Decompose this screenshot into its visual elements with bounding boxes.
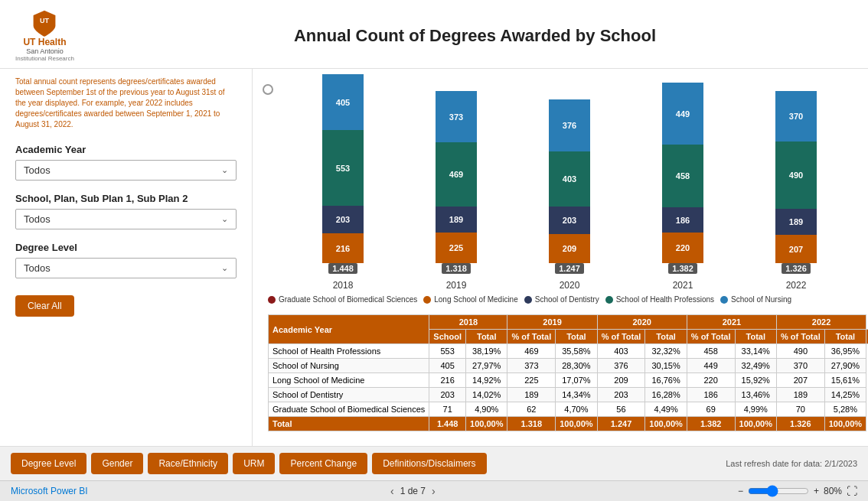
bar-seg: 376	[549, 99, 590, 151]
bar-seg: 209	[549, 234, 590, 263]
legend-label: Long School of Medicine	[434, 295, 518, 304]
bar-seg: 189	[775, 209, 817, 235]
bar-total-2019: 1.318	[442, 263, 471, 274]
sidebar: Total annual count represents degrees/ce…	[0, 69, 253, 446]
school-chevron-icon: ⌄	[221, 214, 228, 224]
degree-label: Degree Level	[15, 242, 237, 253]
year-label-2021: 2021	[626, 280, 739, 291]
bar-seg: 203	[549, 207, 590, 234]
bar-seg: 220	[662, 233, 703, 263]
legend-item: Long School of Medicine	[423, 295, 518, 304]
bar-group-2018: 1.448216203553405	[286, 74, 400, 275]
bar-seg: 373	[436, 91, 477, 142]
bar-total-2018: 1.448	[328, 263, 357, 274]
page-navigation: ‹ 1 de 7 ›	[390, 485, 436, 497]
zoom-level: 80%	[824, 486, 842, 496]
svg-text:UT: UT	[40, 17, 49, 24]
academic-year-select[interactable]: Todos ⌄	[15, 160, 237, 181]
content-area: Total annual count represents degrees/ce…	[0, 69, 868, 446]
bar-seg: 458	[662, 145, 703, 207]
logo-sub: San Antonio	[26, 47, 64, 55]
legend-dot-icon	[423, 296, 431, 304]
powerbi-link[interactable]: Microsoft Power BI	[11, 486, 88, 496]
ut-logo-icon: UT	[31, 9, 58, 37]
academic-year-chevron-icon: ⌄	[221, 165, 228, 175]
bar-group-2019: 1.318225189469373	[400, 91, 513, 275]
table-row: Graduate School of Biomedical Sciences71…	[269, 402, 869, 417]
year-label-2019: 2019	[400, 280, 513, 291]
bar-total-2021: 1.382	[668, 263, 697, 274]
zoom-plus-icon[interactable]: +	[814, 486, 819, 496]
page-title: Annual Count of Degrees Awarded by Schoo…	[97, 26, 853, 46]
bar-total-2020: 1.247	[555, 263, 584, 274]
school-select[interactable]: Todos ⌄	[15, 209, 237, 229]
page-prev-button[interactable]: ‹	[390, 485, 394, 497]
bar-seg: 370	[775, 91, 817, 142]
year-label-2020: 2020	[513, 280, 626, 291]
slider-thumb-top[interactable]	[263, 84, 273, 95]
zoom-minus-icon[interactable]: −	[738, 486, 743, 496]
academic-year-label: Academic Year	[15, 144, 237, 155]
clear-all-button[interactable]: Clear All	[15, 295, 74, 317]
legend-dot-icon	[720, 296, 728, 304]
degree-chevron-icon: ⌄	[221, 263, 228, 273]
refresh-text: Last refresh date for data: 2/1/2023	[726, 459, 857, 468]
table-row: School of Health Professions55338,19%469…	[269, 344, 869, 359]
legend-dot-icon	[524, 296, 532, 304]
legend-label: School of Health Professions	[616, 295, 714, 304]
school-label: School, Plan, Sub Plan 1, Sub Plan 2	[15, 193, 237, 204]
nav-btn-urm[interactable]: URM	[233, 453, 275, 474]
bar-seg: 553	[322, 130, 364, 206]
table-row: School of Dentistry20314,02%18914,34%203…	[269, 388, 869, 402]
bar-total-2022: 1.326	[782, 263, 811, 274]
legend-item: Graduate School of Biomedical Sciences	[268, 295, 417, 304]
bottom-nav-buttons: Degree LevelGenderRace/EthnicityURMPerce…	[11, 453, 487, 474]
bar-seg: 469	[436, 142, 477, 207]
legend-label: Graduate School of Biomedical Sciences	[279, 295, 417, 304]
logo-area: UT UT Health San Antonio Institutional R…	[15, 9, 74, 62]
legend-item: School of Nursing	[720, 295, 791, 304]
table-row: Long School of Medicine21614,92%22517,07…	[269, 373, 869, 388]
page-next-button[interactable]: ›	[432, 485, 436, 497]
legend-label: School of Dentistry	[535, 295, 599, 304]
nav-btn-degree-level[interactable]: Degree Level	[11, 453, 86, 474]
nav-btn-gender[interactable]: Gender	[91, 453, 143, 474]
school-value: Todos	[24, 213, 51, 225]
legend-item: School of Dentistry	[524, 295, 599, 304]
nav-btn-definitions-disclaimers[interactable]: Definitions/Disclaimers	[372, 453, 486, 474]
degree-select[interactable]: Todos ⌄	[15, 258, 237, 278]
bars-container: 1.4482162035534051.3182251894693731.2472…	[279, 76, 860, 275]
bar-seg: 449	[662, 83, 703, 145]
logo-text: UT Health	[23, 37, 66, 47]
footer: Microsoft Power BI ‹ 1 de 7 › − + 80% ⛶	[0, 480, 868, 501]
year-labels-row: 20182019202020212022	[279, 275, 860, 291]
academic-year-value: Todos	[24, 164, 51, 176]
bar-seg: 203	[322, 206, 364, 233]
year-label-2018: 2018	[286, 280, 400, 291]
zoom-bar: − + 80% ⛶	[738, 485, 857, 497]
bottom-bar: Degree LevelGenderRace/EthnicityURMPerce…	[0, 446, 868, 480]
header: UT UT Health San Antonio Institutional R…	[0, 0, 868, 69]
zoom-slider[interactable]	[748, 485, 809, 497]
nav-btn-percent-change[interactable]: Percent Change	[279, 453, 367, 474]
bar-group-2020: 1.247209203403376	[513, 99, 626, 275]
legend-dot-icon	[605, 296, 613, 304]
legend-label: School of Nursing	[731, 295, 791, 304]
bar-seg: 405	[322, 74, 364, 130]
sidebar-note: Total annual count represents degrees/ce…	[15, 76, 237, 130]
chart-legend: Graduate School of Biomedical SciencesLo…	[260, 291, 860, 308]
page-current: 1 de 7	[400, 486, 426, 496]
legend-dot-icon	[268, 296, 276, 304]
bar-seg: 186	[662, 207, 703, 233]
logo-inst: Institutional Research	[15, 55, 74, 62]
nav-btn-race-ethnicity[interactable]: Race/Ethnicity	[148, 453, 228, 474]
bar-seg: 216	[322, 233, 364, 263]
bar-seg: 225	[436, 233, 477, 263]
fit-page-icon[interactable]: ⛶	[847, 485, 857, 497]
bar-seg: 207	[775, 235, 817, 263]
chart-main: 1.4482162035534051.3182251894693731.2472…	[253, 69, 868, 446]
year-label-2022: 2022	[739, 280, 853, 291]
bar-group-2021: 1.382220186458449	[626, 83, 739, 275]
bar-seg: 490	[775, 142, 817, 209]
table-row: School of Nursing40527,97%37328,30%37630…	[269, 359, 869, 373]
